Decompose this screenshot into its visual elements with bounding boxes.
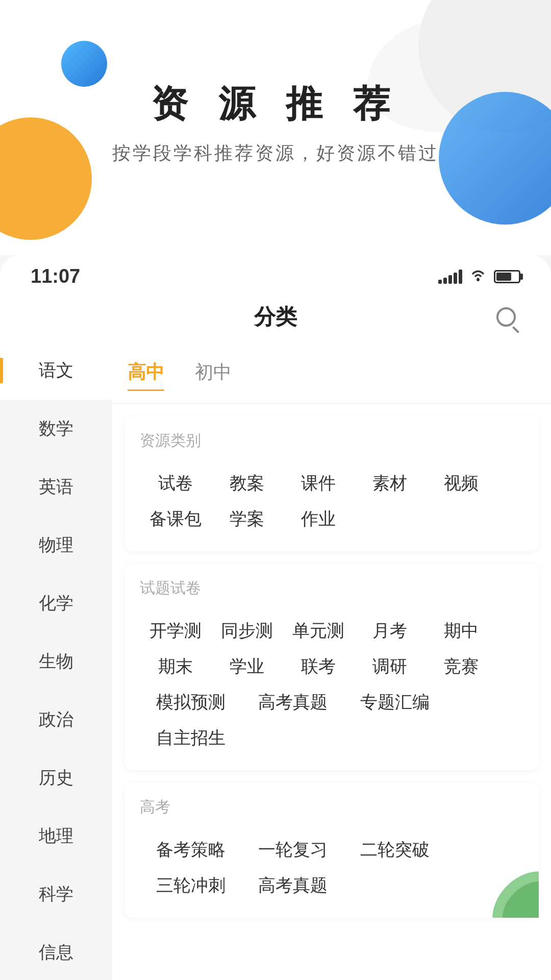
tag-grid-0: 试卷 教案 课件 素材 视频 备课包 学案 作业 (140, 465, 523, 537)
tag-期末[interactable]: 期末 (140, 649, 211, 684)
tag-学业[interactable]: 学业 (211, 649, 283, 684)
sidebar-item-10[interactable]: 信息 (0, 923, 112, 980)
tab-middle-school[interactable]: 初中 (195, 356, 232, 389)
tag-grid-1: 开学测 同步测 单元测 月考 期中 期末 学业 联考 调研 竞赛 模拟预测 高考… (140, 613, 523, 756)
sidebar-item-1[interactable]: 数学 (0, 400, 112, 458)
sidebar-item-6[interactable]: 政治 (0, 691, 112, 749)
tag-同步测[interactable]: 同步测 (211, 613, 283, 649)
tag-备课包[interactable]: 备课包 (140, 501, 211, 537)
tag-月考[interactable]: 月考 (354, 613, 425, 649)
wifi-icon (469, 267, 487, 285)
sidebar-item-7[interactable]: 历史 (0, 749, 112, 807)
sidebar-item-4[interactable]: 化学 (0, 574, 112, 632)
tag-三轮冲刺[interactable]: 三轮冲刺 (140, 868, 242, 903)
category-section-2: 高考 备考策略 一轮复习 二轮突破 三轮冲刺 高考真题 (124, 782, 539, 918)
tag-竞赛[interactable]: 竞赛 (425, 649, 497, 684)
signal-icon (438, 270, 462, 284)
category-title-1: 试题试卷 (140, 578, 523, 599)
nav-title: 分类 (254, 303, 297, 331)
category-title-2: 高考 (140, 797, 523, 818)
tag-单元测[interactable]: 单元测 (283, 613, 354, 649)
tag-课件[interactable]: 课件 (283, 465, 354, 501)
search-icon (496, 307, 516, 327)
svg-point-0 (477, 278, 480, 281)
tag-专题汇编[interactable]: 专题汇编 (344, 684, 446, 720)
category-section-1: 试题试卷 开学测 同步测 单元测 月考 期中 期末 学业 联考 调研 竞赛 模拟… (124, 564, 539, 770)
sidebar-item-3[interactable]: 物理 (0, 516, 112, 574)
tag-教案[interactable]: 教案 (211, 465, 283, 501)
yellow-arc-decoration (0, 117, 92, 240)
hero-section: 资 源 推 荐 按学段学科推荐资源，好资源不错过 (0, 0, 551, 255)
tag-试卷[interactable]: 试卷 (140, 465, 211, 501)
sidebar-item-0[interactable]: 语文 (0, 341, 112, 400)
tag-自主招生[interactable]: 自主招生 (140, 720, 242, 756)
tab-high-school[interactable]: 高中 (128, 356, 164, 389)
sidebar: 语文 数学 英语 物理 化学 生物 政治 历史 (0, 341, 112, 980)
tag-高考真题2[interactable]: 高考真题 (242, 868, 344, 903)
sidebar-item-5[interactable]: 生物 (0, 632, 112, 691)
hero-title: 资 源 推 荐 (151, 80, 400, 129)
status-bar: 11:07 (0, 255, 551, 292)
sidebar-item-9[interactable]: 科学 (0, 865, 112, 923)
tag-学案[interactable]: 学案 (211, 501, 283, 537)
subject-tabs: 高中 初中 (112, 341, 551, 404)
tag-开学测[interactable]: 开学测 (140, 613, 211, 649)
tag-作业[interactable]: 作业 (283, 501, 354, 537)
status-time: 11:07 (31, 265, 80, 287)
tag-素材[interactable]: 素材 (354, 465, 425, 501)
right-content: 高中 初中 资源类别 试卷 教案 课件 素材 视频 备课包 学案 作业 (112, 341, 551, 980)
tag-grid-2: 备考策略 一轮复习 二轮突破 三轮冲刺 高考真题 (140, 832, 523, 903)
tag-期中[interactable]: 期中 (425, 613, 497, 649)
main-content: 语文 数学 英语 物理 化学 生物 政治 历史 (0, 341, 551, 980)
tag-调研[interactable]: 调研 (354, 649, 425, 684)
sidebar-item-2[interactable]: 英语 (0, 458, 112, 516)
tag-二轮突破[interactable]: 二轮突破 (344, 832, 446, 868)
tag-模拟预测[interactable]: 模拟预测 (140, 684, 242, 720)
tag-一轮复习[interactable]: 一轮复习 (242, 832, 344, 868)
hero-subtitle: 按学段学科推荐资源，好资源不错过 (112, 141, 439, 166)
sidebar-item-8[interactable]: 地理 (0, 807, 112, 865)
top-nav: 分类 (0, 292, 551, 341)
tag-联考[interactable]: 联考 (283, 649, 354, 684)
status-icons (438, 267, 520, 285)
blue-dot-decoration (61, 41, 107, 87)
battery-icon (494, 270, 520, 283)
search-button[interactable] (492, 303, 520, 331)
category-section-0: 资源类别 试卷 教案 课件 素材 视频 备课包 学案 作业 (124, 416, 539, 551)
tag-高考真题1[interactable]: 高考真题 (242, 684, 344, 720)
phone-frame: 11:07 分类 (0, 255, 551, 980)
tag-备考策略[interactable]: 备考策略 (140, 832, 242, 868)
green-leaf-decoration (483, 862, 539, 918)
tag-视频[interactable]: 视频 (425, 465, 497, 501)
category-title-0: 资源类别 (140, 430, 523, 451)
